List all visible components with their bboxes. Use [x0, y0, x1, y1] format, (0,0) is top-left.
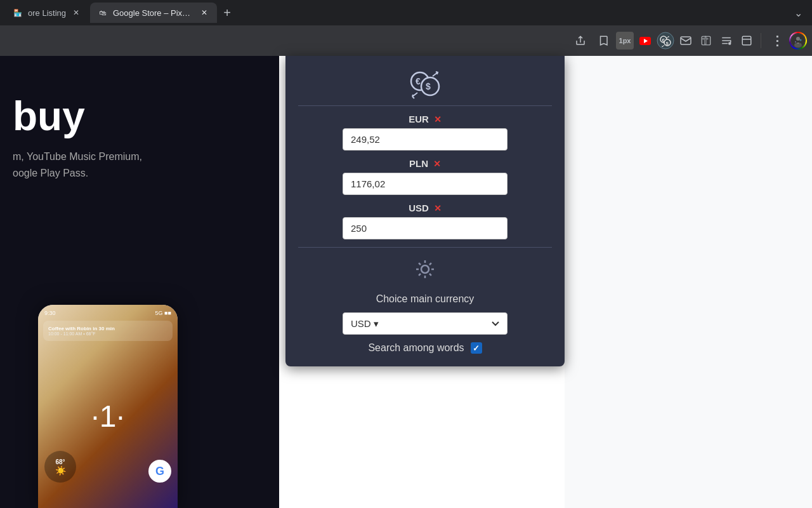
tab-bar: 🏪 ore Listing ✕ 🛍 Google Store – Pixel, … [0, 0, 812, 25]
phone-screen: 9:30 5G ■■ Coffee with Robin in 30 min 1… [38, 305, 178, 508]
tab-list-arrow[interactable]: ⌄ [789, 4, 807, 22]
avatar[interactable] [789, 32, 807, 50]
share-button[interactable] [570, 30, 591, 51]
divider-bottom [298, 247, 552, 248]
avatar-image [791, 34, 805, 48]
svg-point-21 [797, 43, 799, 44]
tab-favicon-1: 🏪 [13, 8, 23, 18]
divider-top [298, 105, 552, 106]
svg-line-31 [419, 263, 421, 265]
tab-favicon-2: 🛍 [98, 8, 108, 18]
svg-point-26 [421, 265, 429, 273]
main-currency-label: Choice main currency [376, 293, 475, 305]
search-words-label: Search among words [368, 342, 464, 354]
pln-input[interactable] [343, 173, 508, 195]
phone-mockup: 9:30 5G ■■ Coffee with Robin in 30 min 1… [38, 305, 178, 508]
page-heading: buy [13, 94, 142, 138]
eur-input[interactable] [343, 128, 508, 150]
popup-header-icon: € $ [298, 69, 552, 100]
tab-inactive[interactable]: 🏪 ore Listing ✕ [5, 3, 89, 23]
settings-section: Choice main currency USD ▾ EUR PLN GBP C… [298, 258, 552, 354]
svg-point-17 [796, 37, 800, 41]
usd-row: USD ✕ [298, 203, 552, 239]
usd-input[interactable] [343, 217, 508, 239]
svg-rect-7 [681, 37, 691, 44]
tab-close-2[interactable]: ✕ [199, 8, 209, 18]
usd-label: USD ✕ [409, 203, 442, 213]
browser-chrome: 🏪 ore Listing ✕ 🛍 Google Store – Pixel, … [0, 0, 812, 56]
eur-row: EUR ✕ [298, 114, 552, 150]
ext-reading-icon[interactable] [738, 32, 756, 50]
gear-icon [414, 258, 436, 286]
svg-line-34 [419, 274, 421, 276]
tab-close-1[interactable]: ✕ [71, 8, 81, 18]
eur-label: EUR ✕ [409, 114, 442, 124]
main-currency-select[interactable]: USD ▾ EUR PLN GBP CHF [343, 312, 508, 335]
eur-remove-button[interactable]: ✕ [434, 114, 442, 124]
svg-text:$: $ [666, 41, 669, 46]
page-desc-1: m, YouTube Music Premium, [13, 149, 142, 165]
ext-puzzle-icon[interactable] [697, 32, 715, 50]
svg-line-32 [429, 274, 431, 276]
svg-point-19 [795, 41, 796, 43]
svg-point-20 [800, 39, 802, 41]
extension-popup: € $ EUR ✕ PLN ✕ USD ✕ [285, 56, 565, 366]
page-left-bg: buy m, YouTube Music Premium, oogle Play… [0, 56, 279, 508]
toolbar: 1px € $ [0, 25, 812, 56]
tab-label-2: Google Store – Pixel, Chromeca... [113, 8, 194, 18]
svg-text:€: € [416, 76, 421, 86]
svg-text:$: $ [426, 81, 431, 91]
more-options-button[interactable]: ⋮ [766, 30, 787, 51]
usd-remove-button[interactable]: ✕ [434, 203, 442, 213]
ext-mail-icon[interactable] [677, 32, 695, 50]
svg-rect-14 [742, 36, 751, 45]
tab-label-1: ore Listing [28, 8, 66, 18]
ext-currency-icon[interactable]: € $ [657, 32, 674, 50]
new-tab-button[interactable]: + [218, 4, 236, 22]
pln-row: PLN ✕ [298, 158, 552, 195]
bookmark-button[interactable] [593, 30, 613, 51]
page-desc-2: oogle Play Pass. [13, 165, 142, 182]
search-words-row: Search among words [368, 342, 481, 354]
page-right-bg [565, 56, 812, 508]
tab-active[interactable]: 🛍 Google Store – Pixel, Chromeca... ✕ [90, 3, 217, 23]
svg-line-33 [429, 263, 431, 265]
ext-music-icon[interactable] [717, 32, 735, 50]
toolbar-separator [761, 33, 761, 48]
pln-remove-button[interactable]: ✕ [433, 159, 441, 169]
pln-label: PLN ✕ [409, 158, 441, 169]
ext-youtube-icon[interactable] [636, 32, 654, 50]
svg-point-12 [729, 43, 731, 44]
search-words-checkbox[interactable] [471, 342, 482, 354]
ext-1px-icon[interactable]: 1px [616, 32, 634, 50]
